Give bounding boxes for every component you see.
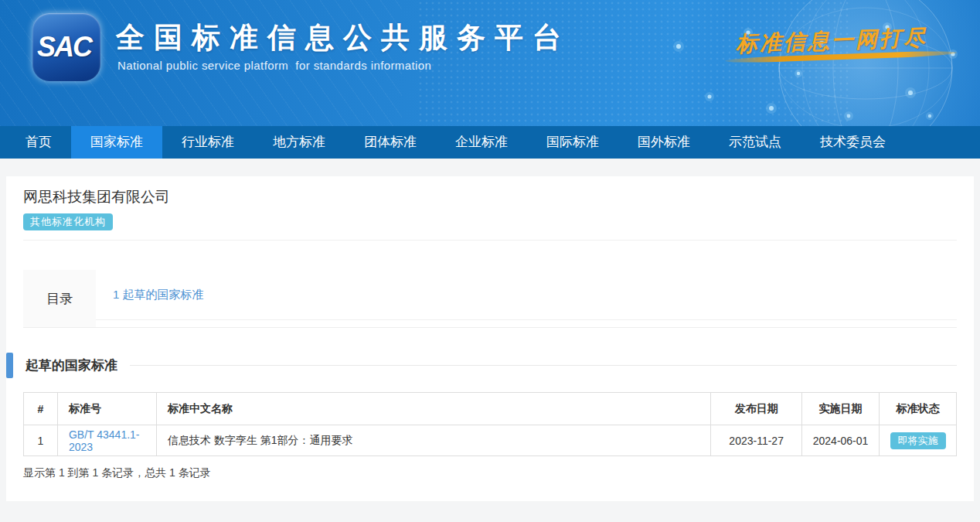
nav-item-enterprise-standards[interactable]: 企业标准 bbox=[436, 126, 527, 159]
col-header-name: 标准中文名称 bbox=[156, 393, 710, 425]
record-count-text: 显示第 1 到第 1 条记录，总共 1 条记录 bbox=[23, 466, 957, 480]
toc-box: 目录 1 起草的国家标准 bbox=[23, 270, 957, 328]
toc-label: 目录 bbox=[23, 270, 96, 327]
nav-item-pilot-programs[interactable]: 示范试点 bbox=[709, 126, 801, 159]
col-header-index: # bbox=[24, 393, 58, 425]
nav-item-international-standards[interactable]: 国际标准 bbox=[527, 126, 618, 159]
table-row: 1 GB/T 43441.1-2023 信息技术 数字孪生 第1部分：通用要求 … bbox=[24, 425, 957, 456]
main-nav: 首页 国家标准 行业标准 地方标准 团体标准 企业标准 国际标准 国外标准 示范… bbox=[0, 126, 980, 159]
standard-code-link[interactable]: GB/T 43441.1-2023 bbox=[69, 428, 140, 453]
sac-logo-text: SAC bbox=[37, 31, 96, 63]
cell-code: GB/T 43441.1-2023 bbox=[57, 425, 156, 456]
section-title: 起草的国家标准 bbox=[26, 357, 117, 374]
standards-table: # 标准号 标准中文名称 发布日期 实施日期 标准状态 1 GB/T 43441… bbox=[23, 392, 957, 456]
cell-status: 即将实施 bbox=[880, 425, 957, 456]
toc-link-drafted-standards[interactable]: 1 起草的国家标准 bbox=[113, 288, 204, 302]
content-card: 网思科技集团有限公司 其他标准化机构 目录 1 起草的国家标准 起草的国家标准 … bbox=[6, 176, 974, 501]
main-nav-list: 首页 国家标准 行业标准 地方标准 团体标准 企业标准 国际标准 国外标准 示范… bbox=[0, 126, 980, 159]
nav-item-local-standards[interactable]: 地方标准 bbox=[254, 126, 345, 159]
sac-logo[interactable]: SAC bbox=[32, 13, 100, 81]
nav-item-national-standards[interactable]: 国家标准 bbox=[71, 126, 162, 159]
organization-name: 网思科技集团有限公司 bbox=[23, 187, 957, 207]
cell-impl-date: 2024-06-01 bbox=[802, 425, 880, 456]
nav-item-industry-standards[interactable]: 行业标准 bbox=[162, 126, 254, 159]
nav-item-foreign-standards[interactable]: 国外标准 bbox=[618, 126, 709, 159]
site-banner: SAC 全国标准信息公共服务平台 National public service… bbox=[0, 0, 980, 126]
section-header: 起草的国家标准 bbox=[6, 353, 974, 378]
status-badge: 即将实施 bbox=[890, 432, 946, 449]
nav-item-group-standards[interactable]: 团体标准 bbox=[345, 126, 436, 159]
nav-item-home[interactable]: 首页 bbox=[6, 126, 71, 159]
organization-type-badge: 其他标准化机构 bbox=[23, 213, 113, 230]
cell-publish-date: 2023-11-27 bbox=[711, 425, 802, 456]
cell-index: 1 bbox=[24, 425, 58, 456]
toc-list: 1 起草的国家标准 bbox=[96, 270, 957, 327]
toc-item: 1 起草的国家标准 bbox=[96, 270, 957, 320]
col-header-publish-date: 发布日期 bbox=[711, 393, 802, 425]
header-divider bbox=[23, 240, 957, 241]
col-header-code: 标准号 bbox=[57, 393, 156, 425]
nav-item-technical-committees[interactable]: 技术委员会 bbox=[801, 126, 905, 159]
section-accent-bar bbox=[6, 353, 13, 378]
col-header-status: 标准状态 bbox=[880, 393, 957, 425]
table-header-row: # 标准号 标准中文名称 发布日期 实施日期 标准状态 bbox=[24, 393, 957, 425]
site-title: 全国标准信息公共服务平台 bbox=[116, 19, 570, 57]
section-rule bbox=[130, 365, 957, 366]
site-subtitle: National public service platform for sta… bbox=[117, 59, 431, 72]
col-header-impl-date: 实施日期 bbox=[802, 393, 880, 425]
cell-name: 信息技术 数字孪生 第1部分：通用要求 bbox=[156, 425, 710, 456]
